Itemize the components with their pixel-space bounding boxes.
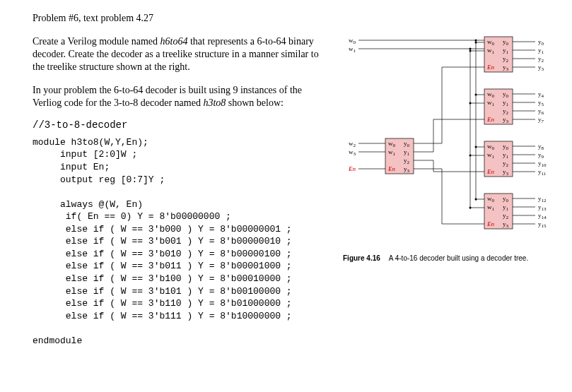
svg-point-21 [469, 48, 472, 50]
svg-text:w3: w3 [349, 148, 356, 157]
problem-title: Problem #6, text problem 4.27 [33, 13, 329, 24]
svg-text:y13: y13 [538, 203, 547, 212]
svg-text:y0: y0 [538, 38, 544, 47]
svg-text:En: En [486, 116, 494, 123]
figure-label: Figure 4.16 [343, 254, 380, 262]
svg-text:En: En [387, 165, 395, 172]
svg-point-46 [469, 102, 472, 105]
svg-text:y8: y8 [538, 143, 544, 151]
svg-point-86 [469, 207, 472, 209]
intro-paragraph-1: Create a Verilog module named h6to64 tha… [33, 35, 329, 74]
figure-caption: Figure 4.16A 4-to-16 decoder built using… [343, 254, 555, 262]
svg-text:y4: y4 [538, 90, 544, 99]
intro1-a: Create a Verilog module named [33, 36, 160, 47]
intro2-b: shown below: [226, 97, 284, 108]
svg-text:En: En [486, 64, 494, 71]
svg-text:y5: y5 [538, 99, 544, 107]
svg-text:y7: y7 [538, 116, 544, 124]
svg-point-64 [475, 146, 477, 148]
figure-caption-text: A 4-to-16 decoder built using a decoder … [389, 254, 528, 262]
svg-text:En: En [486, 220, 494, 227]
svg-text:y2: y2 [538, 55, 544, 64]
svg-text:y9: y9 [538, 151, 544, 160]
intro-paragraph-2: In your problem the 6-to-64 decoder is b… [33, 84, 329, 109]
svg-text:y3: y3 [538, 64, 544, 72]
svg-text:y11: y11 [538, 168, 547, 177]
svg-point-24 [475, 42, 477, 44]
svg-text:w0: w0 [349, 37, 356, 45]
svg-point-26 [469, 50, 472, 52]
svg-point-66 [469, 155, 472, 157]
intro2-modname: h3to8 [203, 97, 226, 108]
intro1-modname: h6to64 [160, 36, 188, 47]
svg-point-20 [475, 40, 477, 42]
svg-text:En: En [348, 165, 356, 172]
code-comment: //3-to-8-decoder [33, 119, 329, 131]
verilog-code: module h3to8(W,Y,En); input [2:0]W ; inp… [33, 136, 329, 347]
svg-text:y14: y14 [538, 212, 547, 220]
svg-point-44 [475, 94, 477, 96]
svg-text:w1: w1 [349, 45, 356, 54]
svg-text:y1: y1 [538, 47, 544, 55]
decoder-tree-diagram: w0 w1 w2 w3 En w0 w1 En y0 y1 y2 y3 [343, 34, 555, 246]
figure-4-16: w0 w1 w2 w3 En w0 w1 En y0 y1 y2 y3 [343, 34, 555, 262]
svg-text:y6: y6 [538, 107, 544, 116]
svg-point-84 [475, 198, 477, 201]
svg-text:En: En [486, 168, 494, 175]
svg-text:y12: y12 [538, 195, 547, 203]
svg-text:y10: y10 [538, 160, 547, 168]
svg-text:w2: w2 [349, 140, 356, 148]
svg-text:y15: y15 [538, 220, 547, 229]
